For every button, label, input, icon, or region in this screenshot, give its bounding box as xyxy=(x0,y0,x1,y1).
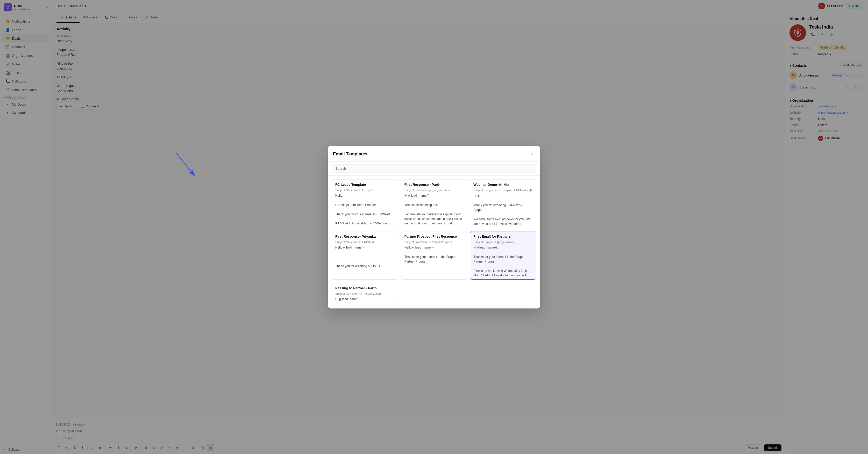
template-subject-partner-prospect: Subject: Invitation to Partner Program xyxy=(404,240,464,244)
template-subject-first-response-priyanka: Subject: Welcome to ERPNext xyxy=(335,240,395,244)
template-preview-partner-prospect: Hello {{ lead_name }}, Thanks for your i… xyxy=(404,245,464,264)
template-preview-first-response-parth: Hi {{ lead_name }}, Thanks for reaching … xyxy=(404,193,464,224)
template-card-webinar-demo-ankita[interactable]: Webinar Demo- AnkitaSubject: Do you wish… xyxy=(470,179,536,228)
template-subject-first-email-partners: Subject: Frappe X {{organization}} xyxy=(473,240,533,244)
template-name-webinar-demo-ankita: Webinar Demo- Ankita xyxy=(473,182,533,187)
template-preview-first-response-priyanka: Hello {{ lead_name }}, Thank you for rea… xyxy=(335,245,395,276)
email-templates-modal: Email Templates ✕ FC Leads TemplateSubje… xyxy=(328,146,540,309)
template-subject-first-response-parth: Subject: ERPNext @ {{ organization }} xyxy=(404,189,464,192)
search-input[interactable] xyxy=(332,164,536,173)
modal-header: Email Templates ✕ xyxy=(328,146,540,162)
template-card-first-response-parth[interactable]: First Response - ParthSubject: ERPNext @… xyxy=(401,179,467,228)
template-name-fc-leads: FC Leads Template xyxy=(335,182,395,187)
template-preview-passing-to-partner-parth: Hi {{ lead_name }}, xyxy=(335,297,395,302)
modal-title: Email Templates xyxy=(333,151,367,157)
template-name-first-response-parth: First Response - Parth xyxy=(404,182,464,187)
template-card-partner-prospect[interactable]: Partner Prospect First ResponseSubject: … xyxy=(401,231,467,280)
template-card-first-email-partners[interactable]: First Email for PartnersSubject: Frappe … xyxy=(470,231,536,280)
modal-close-button[interactable]: ✕ xyxy=(528,150,535,158)
template-preview-first-email-partners: Hi {{lead_name}}, Thanks for your intere… xyxy=(473,245,533,276)
modal-search xyxy=(328,162,540,176)
template-name-first-email-partners: First Email for Partners xyxy=(473,234,533,238)
template-preview-webinar-demo-ankita: Hello, Thank you for exploring ERPNext &… xyxy=(473,194,533,225)
template-subject-fc-leads: Subject: Welcome to Frappe! xyxy=(335,189,395,192)
modal-overlay[interactable]: Email Templates ✕ FC Leads TemplateSubje… xyxy=(0,0,868,454)
template-card-fc-leads[interactable]: FC Leads TemplateSubject: Welcome to Fra… xyxy=(332,179,398,228)
template-card-first-response-priyanka[interactable]: First Response- PriyankaSubject: Welcome… xyxy=(332,231,398,280)
template-card-passing-to-partner-parth[interactable]: Passing to Partner - ParthSubject: ERPNe… xyxy=(332,283,398,305)
template-name-first-response-priyanka: First Response- Priyanka xyxy=(335,234,395,238)
template-name-passing-to-partner-parth: Passing to Partner - Parth xyxy=(335,286,395,290)
template-subject-passing-to-partner-parth: Subject: ERPNext @ {{ organization }} xyxy=(335,292,395,295)
template-preview-fc-leads: Hello, Greetings from Team Frappe! Thank… xyxy=(335,193,395,224)
templates-grid: FC Leads TemplateSubject: Welcome to Fra… xyxy=(328,176,540,309)
template-subject-webinar-demo-ankita: Subject: Do you wish to explore ERPNext … xyxy=(473,189,533,192)
template-name-partner-prospect: Partner Prospect First Response xyxy=(404,234,464,238)
